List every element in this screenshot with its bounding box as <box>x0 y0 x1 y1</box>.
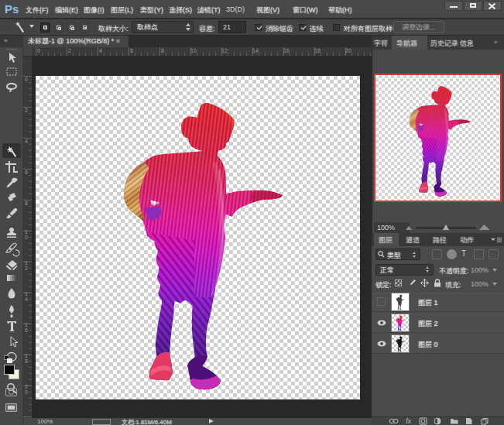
svg-text:fx: fx <box>406 417 412 425</box>
